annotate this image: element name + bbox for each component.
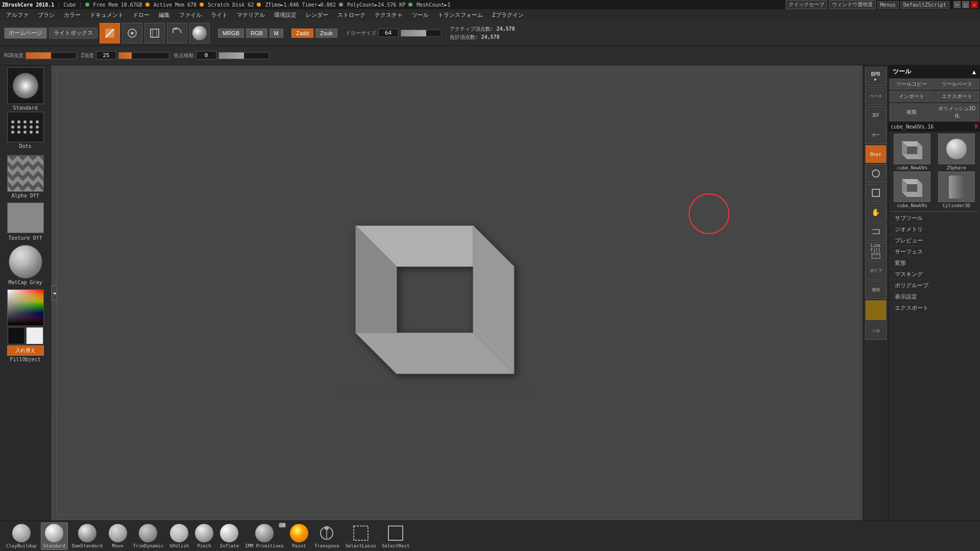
menu-light[interactable]: ライト	[207, 10, 232, 20]
texture-preview[interactable]	[7, 203, 44, 233]
menu-edit[interactable]: 編集	[155, 10, 174, 20]
menus-btn[interactable]: Menus	[877, 1, 899, 9]
tool-base-btn[interactable]: ツールベース	[935, 79, 979, 89]
draw-size-value[interactable]: 64	[378, 29, 399, 37]
menu-preferences[interactable]: 環境設定	[270, 10, 301, 20]
trim-dynamic-tool[interactable]: TrimDynamic	[131, 523, 166, 549]
bpr-btn[interactable]: BPR ▶	[865, 67, 887, 86]
inflate-tool[interactable]: Inflate	[217, 523, 241, 549]
material-preview-btn[interactable]	[189, 23, 210, 43]
move-tool-btn[interactable]	[122, 23, 142, 43]
home-tab[interactable]: ホームページ	[4, 28, 47, 39]
line-fill-btn[interactable]: Line Fill	[865, 242, 887, 260]
poly3d-btn[interactable]: ポリメッシュ3D化	[935, 104, 979, 121]
tool-thumb-zsphere[interactable]: ZSphere	[935, 134, 978, 170]
focal-shift-slider[interactable]	[218, 52, 270, 59]
cylinder-label: Cylinder3D	[943, 203, 970, 208]
switch-btn[interactable]: 入れ替え	[7, 345, 44, 356]
window-transparent-btn[interactable]: ウィンドウ透明度	[829, 0, 876, 9]
mrgb-btn[interactable]: MRGB	[218, 29, 244, 38]
menu-texture[interactable]: テクスチャ	[371, 10, 407, 20]
alpha-preview[interactable]	[7, 155, 44, 192]
scale-tool-btn[interactable]	[144, 23, 165, 43]
menu-file[interactable]: ファイル	[175, 10, 206, 20]
rgb-strength-slider[interactable]	[26, 52, 77, 59]
maximize-btn[interactable]: □	[962, 1, 969, 8]
tool-thumb-cylinder[interactable]: Cylinder3D	[935, 171, 978, 208]
frame-btn[interactable]	[865, 184, 887, 202]
menu-render[interactable]: レンダー	[302, 10, 332, 20]
standard-brush-preview[interactable]	[7, 67, 44, 104]
z-intensity-value[interactable]: 25	[96, 51, 116, 60]
import-btn[interactable]: インポート	[890, 91, 934, 102]
select-rect-tool[interactable]: SelectRect	[380, 523, 411, 549]
standard-tool[interactable]: Standard	[41, 522, 68, 550]
polygroup-item[interactable]: ポリグループ	[889, 280, 980, 291]
transpose-tool[interactable]: Transpose	[312, 523, 341, 549]
qxyz-btn active[interactable]: Qxyz	[865, 145, 887, 163]
paint-tool[interactable]: Paint	[288, 523, 310, 549]
move-tool[interactable]: Move	[107, 523, 129, 549]
color-picker[interactable]	[7, 289, 44, 326]
tool-thumb-cube2[interactable]: cube_NewUVs	[891, 171, 934, 208]
lightbox-tab[interactable]: ライトボックス	[49, 28, 97, 39]
menu-transform[interactable]: トランスフォーム	[434, 10, 487, 20]
pinch-tool[interactable]: Pinch	[193, 523, 215, 549]
deform-item[interactable]: 変形	[889, 258, 980, 269]
menu-draw[interactable]: ドロー	[129, 10, 154, 20]
rotate-tool-btn[interactable]	[167, 23, 187, 43]
circle-btn[interactable]	[865, 164, 887, 183]
top-bar: ZBrushCore 2018.1 | Cube | Free Mem 10.6…	[0, 0, 980, 9]
dots-brush-preview[interactable]	[7, 112, 44, 142]
matcap-sphere[interactable]	[9, 245, 42, 279]
tool-thumb-cube1[interactable]: cube_NewUVs	[891, 134, 934, 170]
rgb-btn[interactable]: RGB	[246, 29, 267, 38]
display-settings-item[interactable]: 表示設定	[889, 291, 980, 303]
default-script-btn[interactable]: DefaultZScript	[900, 1, 949, 9]
geometry-item[interactable]: ジオメトリ	[889, 224, 980, 235]
surface-item[interactable]: サーフェス	[889, 246, 980, 258]
3df-btn[interactable]: 3DF	[865, 106, 887, 124]
menu-brush[interactable]: ブラシ	[34, 10, 59, 20]
menu-alpha[interactable]: アルファ	[2, 10, 33, 20]
m-btn[interactable]: M	[270, 29, 283, 38]
pore-btn[interactable]: ポー	[865, 126, 887, 144]
transparent-btn[interactable]: 透明	[865, 281, 887, 299]
clay-buildup-tool[interactable]: ClayBuildup	[4, 523, 39, 549]
amber-btn[interactable]	[865, 300, 887, 320]
tool-copy-btn[interactable]: ツールコピー	[890, 79, 934, 89]
menu-material[interactable]: マテリアル	[233, 10, 269, 20]
select-lasso-tool[interactable]: SelectLasso	[344, 523, 378, 549]
focal-shift-value[interactable]: 0	[196, 51, 216, 60]
sculpt2-btn[interactable]	[865, 222, 887, 241]
base-btn[interactable]: ベース	[865, 87, 887, 105]
menu-color[interactable]: カラー	[60, 10, 85, 20]
poly-btn[interactable]: ポリフ	[865, 261, 887, 280]
minimize-btn[interactable]: ─	[953, 1, 961, 8]
hpolish-tool[interactable]: hPolish	[167, 523, 191, 549]
dam-standard-tool[interactable]: DamStandard	[70, 523, 105, 549]
sculpt-btn[interactable]: ✋	[865, 203, 887, 221]
export-item[interactable]: エクスポート	[889, 303, 980, 314]
menu-zplugin[interactable]: Zプラグイン	[488, 10, 528, 20]
solo-btn[interactable]: ソロ	[865, 321, 887, 340]
left-edge-arrow[interactable]: ◄	[51, 285, 57, 300]
masking-item[interactable]: マスキング	[889, 269, 980, 280]
menu-tool[interactable]: ツール	[408, 10, 433, 20]
duplicate-btn[interactable]: 複製	[890, 104, 934, 121]
close-btn[interactable]: ✕	[971, 1, 978, 8]
zadd-btn[interactable]: Zadd	[291, 29, 313, 38]
subtool-item[interactable]: サブツール	[889, 213, 980, 224]
zsub-btn[interactable]: Zsub	[315, 29, 337, 38]
z-intensity-slider[interactable]	[118, 52, 169, 59]
viewport[interactable]	[51, 65, 863, 520]
menu-stroke[interactable]: ストローク	[333, 10, 370, 20]
export-btn[interactable]: エクスポート	[935, 91, 979, 102]
white-swatch[interactable]	[26, 327, 43, 344]
quick-save-btn[interactable]: クイックセーブ	[786, 0, 827, 9]
draw-size-slider[interactable]	[401, 30, 442, 37]
preview-item[interactable]: プレビュー	[889, 235, 980, 246]
menu-document[interactable]: ドキュメント	[86, 10, 128, 20]
draw-tool-btn[interactable]	[100, 23, 120, 43]
black-swatch[interactable]	[8, 327, 25, 344]
